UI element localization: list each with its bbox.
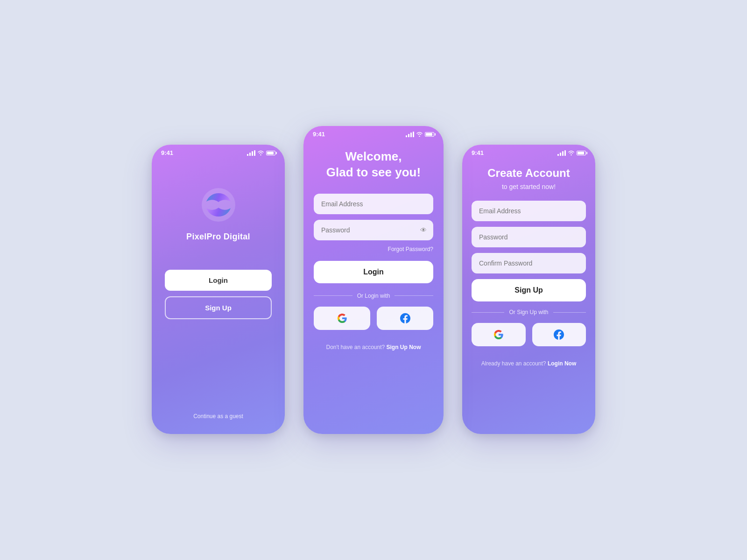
wifi-icon-2 bbox=[416, 132, 423, 137]
signup-confirm-wrapper bbox=[472, 253, 586, 273]
phone-splash: 9:41 bbox=[152, 145, 285, 434]
battery-icon-1 bbox=[266, 151, 275, 155]
google-signup-button[interactable] bbox=[472, 323, 526, 346]
status-bar-2: 9:41 bbox=[303, 126, 444, 140]
signup-password-wrapper bbox=[472, 227, 586, 247]
status-icons-2 bbox=[406, 132, 434, 137]
signup-bottom-text: Already have an account? Login Now bbox=[472, 360, 586, 374]
divider-label: Or Login with bbox=[357, 293, 390, 299]
status-time-2: 9:41 bbox=[313, 131, 325, 138]
signup-password-input[interactable] bbox=[472, 227, 586, 247]
login-email-input[interactable] bbox=[314, 194, 433, 214]
signup-content: Create Account to get started now! Sign … bbox=[462, 166, 595, 374]
status-icons-1 bbox=[247, 150, 275, 156]
signup-email-input[interactable] bbox=[472, 201, 586, 221]
signup-button[interactable]: Sign Up bbox=[472, 279, 586, 301]
facebook-signup-button[interactable] bbox=[532, 323, 586, 346]
splash-signup-button[interactable]: Sign Up bbox=[165, 296, 272, 319]
login-password-input[interactable] bbox=[314, 220, 433, 240]
social-buttons-login bbox=[314, 307, 433, 330]
signup-divider-left bbox=[472, 312, 504, 313]
login-divider: Or Login with bbox=[314, 293, 433, 299]
battery-icon-3 bbox=[577, 151, 586, 155]
password-eye-icon[interactable]: 👁 bbox=[420, 226, 427, 234]
signup-email-wrapper bbox=[472, 201, 586, 221]
password-wrapper: 👁 bbox=[314, 220, 433, 240]
signup-now-link[interactable]: Sign Up Now bbox=[387, 344, 421, 350]
wifi-icon-1 bbox=[257, 150, 264, 155]
login-bottom-text: Don't have an account? Sign Up Now bbox=[314, 344, 433, 358]
wifi-icon-3 bbox=[568, 150, 575, 155]
signup-confirm-input[interactable] bbox=[472, 253, 586, 273]
forgot-password-link[interactable]: Forgot Password? bbox=[314, 246, 433, 252]
guest-link[interactable]: Continue as a guest bbox=[193, 413, 243, 424]
social-buttons-signup bbox=[472, 323, 586, 346]
divider-line-left bbox=[314, 295, 352, 296]
login-content: Welcome, Glad to see you! 👁 Forgot Passw… bbox=[303, 149, 444, 358]
create-account-subtitle: to get started now! bbox=[472, 183, 586, 190]
divider-line-right bbox=[395, 295, 433, 296]
google-icon-signup bbox=[493, 329, 504, 340]
facebook-login-button[interactable] bbox=[377, 307, 433, 330]
status-icons-3 bbox=[557, 150, 586, 156]
signup-divider-label: Or Sign Up with bbox=[509, 309, 548, 315]
login-button[interactable]: Login bbox=[314, 261, 433, 283]
phone-login: 9:41 Welcome, Glad to see you! 👁 Forgo bbox=[303, 126, 444, 434]
svg-point-0 bbox=[202, 188, 235, 222]
splash-content: PixelPro Digital Login Sign Up Continue … bbox=[152, 158, 285, 434]
app-name-label: PixelPro Digital bbox=[186, 232, 250, 242]
google-icon bbox=[337, 313, 347, 323]
facebook-icon bbox=[400, 313, 410, 323]
battery-icon-2 bbox=[425, 132, 434, 137]
logo-container bbox=[200, 186, 237, 224]
welcome-heading: Welcome, Glad to see you! bbox=[314, 149, 433, 181]
splash-login-button[interactable]: Login bbox=[165, 270, 272, 291]
app-logo bbox=[200, 186, 237, 224]
status-time-1: 9:41 bbox=[161, 149, 173, 156]
facebook-icon-signup bbox=[554, 329, 564, 340]
phone-signup: 9:41 Create Account to get started now! bbox=[462, 145, 595, 434]
status-bar-1: 9:41 bbox=[152, 145, 285, 158]
signal-icon-1 bbox=[247, 150, 255, 156]
login-now-link[interactable]: Login Now bbox=[548, 360, 576, 367]
google-login-button[interactable] bbox=[314, 307, 370, 330]
signal-icon-2 bbox=[406, 132, 414, 137]
status-time-3: 9:41 bbox=[472, 149, 484, 156]
create-account-title: Create Account bbox=[472, 166, 586, 180]
signup-divider: Or Sign Up with bbox=[472, 309, 586, 315]
signup-divider-right bbox=[553, 312, 586, 313]
signal-icon-3 bbox=[557, 150, 566, 156]
status-bar-3: 9:41 bbox=[462, 145, 595, 158]
